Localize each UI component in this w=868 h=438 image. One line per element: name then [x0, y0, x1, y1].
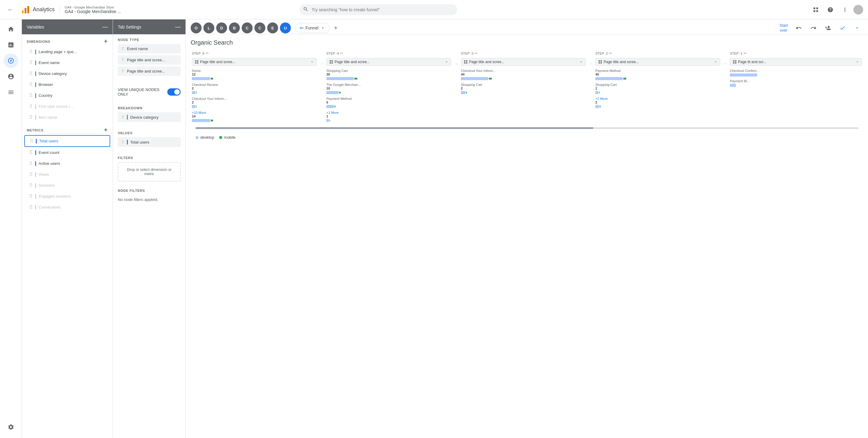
start-over-button[interactable]: Startover	[777, 22, 790, 34]
filters-label: FILTERS	[118, 156, 181, 160]
nav-settings[interactable]	[4, 420, 18, 434]
help-button[interactable]	[824, 4, 836, 16]
node-count-3-1: 1	[595, 87, 720, 90]
view-unique-toggle[interactable]	[167, 88, 181, 96]
node-type-text: Page title and scree...	[127, 69, 165, 73]
check-dropdown-button[interactable]	[851, 22, 863, 34]
dim-item-event-name[interactable]: ⠿ Event name	[24, 57, 110, 68]
met-name: Active users	[38, 161, 60, 166]
back-button[interactable]: ←	[5, 4, 16, 15]
node-bars-4-1	[730, 84, 862, 87]
dim-item-item-name[interactable]: ⠿ Item name	[24, 112, 110, 123]
node-row-1-1: The Google Merchandi... 10	[327, 83, 451, 94]
svg-rect-14	[466, 62, 467, 63]
tab-settings-collapse-icon[interactable]: —	[175, 24, 181, 30]
step-edit-icon-3[interactable]: ✏	[609, 51, 612, 56]
tab-o[interactable]: O	[191, 23, 202, 33]
breakdown-item[interactable]: ⠿ Device category	[118, 112, 181, 122]
metric-item-event-count[interactable]: ⠿ Event count	[24, 147, 110, 158]
check-button[interactable]	[836, 22, 848, 34]
node-bars-3-1	[595, 91, 720, 94]
values-item-text: Total users	[130, 140, 149, 145]
step-select-0[interactable]: Page title and scree...	[192, 58, 317, 66]
nav-home[interactable]	[4, 22, 18, 36]
search-icon	[303, 6, 308, 13]
redo-button[interactable]	[807, 22, 819, 34]
filter-drop-zone[interactable]: Drop or select dimension ormetric	[118, 162, 181, 182]
node-type-section: NODE TYPE ⠿ Event name ⠿ Page title and …	[113, 34, 186, 81]
scrollbar[interactable]	[195, 127, 858, 129]
svg-rect-4	[197, 60, 198, 62]
tab-e[interactable]: E	[267, 23, 278, 33]
nav-explore[interactable]	[4, 54, 18, 68]
step-select-text-1: Page title and scree...	[335, 60, 370, 64]
node-name-1-3[interactable]: +1 More	[327, 111, 451, 115]
node-type-item[interactable]: ⠿ Page title and scree...	[118, 66, 181, 76]
node-type-item[interactable]: ⠿ Page title and scree...	[118, 55, 181, 65]
values-item[interactable]: ⠿ Total users	[118, 137, 181, 147]
node-bars-1-2	[327, 105, 451, 108]
node-type-label: NODE TYPE	[118, 38, 181, 41]
step-edit-icon-4[interactable]: ✏	[744, 51, 747, 56]
step-select-2[interactable]: Page title and scree...	[461, 58, 586, 66]
step-arrow-1: →	[453, 51, 460, 67]
step-select-3[interactable]: Page title and scree...	[595, 58, 720, 66]
dim-item-first-user-source[interactable]: ⠿ First user source / ...	[24, 101, 110, 112]
tab-d[interactable]: D	[216, 23, 227, 33]
add-dimension-button[interactable]: +	[104, 38, 108, 45]
metric-item-engaged-sessions[interactable]: ⠿ Engaged sessions	[24, 191, 110, 201]
tab-b[interactable]: B	[229, 23, 240, 33]
funnel-step-wrapper-1: STEP -4 ✏ Page title and scree... Shoppi…	[325, 51, 460, 125]
add-tab-button[interactable]: +	[331, 23, 341, 33]
add-user-button[interactable]	[822, 22, 834, 34]
tab-c1[interactable]: C	[242, 23, 253, 33]
more-options-button[interactable]	[839, 4, 851, 16]
variables-collapse-icon[interactable]: —	[102, 24, 108, 30]
nav-reports[interactable]	[4, 38, 18, 52]
metric-item-sessions[interactable]: ⠿ Sessions	[24, 180, 110, 191]
values-label: VALUES	[118, 131, 181, 135]
metric-item-views[interactable]: ⠿ Views	[24, 169, 110, 180]
tab-l[interactable]: L	[204, 23, 214, 33]
tab-c2[interactable]: C	[254, 23, 265, 33]
met-bar	[35, 172, 36, 177]
funnel-selector[interactable]: ✏ Funnel	[295, 23, 330, 33]
dim-item-browser[interactable]: ⠿ Browser	[24, 79, 110, 90]
step-edit-icon-0[interactable]: ✏	[206, 51, 209, 56]
drag-handle-icon: ⠿	[29, 93, 33, 98]
dim-item-country[interactable]: ⠿ Country	[24, 90, 110, 101]
avatar[interactable]	[854, 5, 863, 14]
dim-item-device-category[interactable]: ⠿ Device category	[24, 68, 110, 79]
node-row-2-0: Checkout Your Inform... 44	[461, 69, 586, 81]
chart-area: Organic Search STEP -5 ✏ Page title and …	[186, 34, 868, 438]
nav-configure[interactable]	[4, 85, 18, 99]
metric-item-conversions[interactable]: ⠿ Conversions	[24, 202, 110, 213]
step-select-text-4: Page tit and scr...	[738, 60, 766, 64]
step-edit-icon-1[interactable]: ✏	[340, 51, 343, 56]
step-arrow-2: →	[587, 51, 594, 67]
step-node-icon	[195, 60, 199, 64]
search-input[interactable]	[299, 4, 457, 15]
tab-u[interactable]: U	[280, 23, 291, 33]
undo-button[interactable]	[793, 22, 805, 34]
dim-item-landing-page[interactable]: ⠿ Landing page + que...	[24, 46, 110, 57]
dim-name: Item name	[38, 115, 57, 120]
node-type-item[interactable]: ⠿ Event name	[118, 44, 181, 54]
step-header-1: STEP -4 ✏	[325, 51, 453, 58]
met-bar	[35, 205, 36, 210]
metric-item-total-users[interactable]: ⠿ Total users	[24, 135, 110, 147]
node-name-text: Payment Method	[327, 97, 351, 100]
svg-rect-17	[599, 62, 600, 63]
nav-advertising[interactable]	[4, 69, 18, 84]
values-bar	[127, 139, 128, 145]
metric-item-active-users[interactable]: ⠿ Active users	[24, 158, 110, 169]
grid-icon-button[interactable]	[810, 4, 822, 16]
node-name-0-3[interactable]: +10 More	[192, 111, 317, 115]
node-name-3-2[interactable]: +2 More	[595, 97, 720, 100]
add-metric-button[interactable]: +	[104, 127, 108, 133]
drag-handle-icon: ⠿	[30, 138, 33, 144]
variables-title: Variables	[27, 25, 44, 29]
step-edit-icon-2[interactable]: ✏	[474, 51, 478, 56]
step-select-1[interactable]: Page title and scree...	[327, 58, 451, 66]
step-select-4[interactable]: Page tit and scr...	[730, 58, 862, 66]
